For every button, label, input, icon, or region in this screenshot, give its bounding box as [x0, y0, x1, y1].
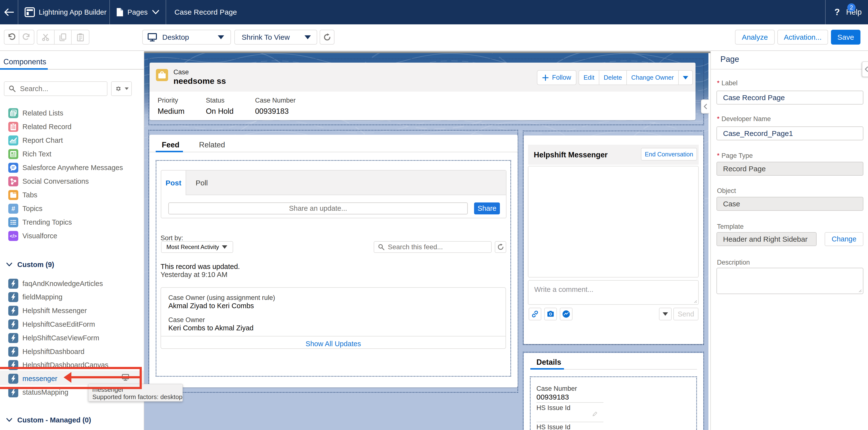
- collapse-panel-handle[interactable]: [701, 99, 709, 114]
- undo-button[interactable]: [4, 30, 19, 44]
- activation-button[interactable]: Activation...: [777, 30, 828, 44]
- attach-link-button[interactable]: [529, 308, 541, 320]
- custom-component-item-helpshiftcaseviewform[interactable]: HelpShiftCaseViewForm: [0, 331, 144, 345]
- help-menu[interactable]: ? Help: [826, 0, 868, 24]
- custom-bolt-icon: [8, 333, 18, 343]
- component-item-tabs[interactable]: Tabs: [0, 188, 144, 202]
- highlight-field-priority: Priority Medium: [158, 97, 184, 116]
- refresh-button[interactable]: [320, 30, 335, 44]
- component-item-report-chart[interactable]: Report Chart: [0, 133, 144, 147]
- change-owner-button[interactable]: Change Owner: [627, 71, 679, 85]
- copy-button[interactable]: [55, 30, 72, 44]
- cut-icon: [42, 33, 50, 41]
- expand-panel-handle[interactable]: [862, 61, 868, 77]
- managed-section-header[interactable]: Custom - Managed (0): [0, 414, 144, 426]
- caret-down-icon: [305, 35, 311, 39]
- description-textarea[interactable]: [716, 268, 863, 294]
- save-button[interactable]: Save: [831, 30, 861, 44]
- component-item-visualforce[interactable]: </>Visualforce: [0, 229, 144, 243]
- component-search[interactable]: Search...: [4, 81, 107, 96]
- messenger-conversation-area: [528, 166, 699, 277]
- form-factor-selector[interactable]: Desktop: [142, 30, 231, 44]
- highlights-panel: Case needsome ss Follow Edit Delete Chan…: [150, 63, 695, 120]
- component-label: Related Lists: [23, 109, 63, 117]
- component-item-social-conversations[interactable]: Social Conversations: [0, 175, 144, 188]
- send-button[interactable]: Send: [673, 308, 699, 320]
- component-item-salesforce-anywhere-messages[interactable]: Salesforce Anywhere Messages: [0, 161, 144, 175]
- end-conversation-button[interactable]: End Conversation: [641, 148, 697, 160]
- search-icon: [9, 85, 16, 92]
- cut-button[interactable]: [37, 30, 55, 44]
- component-item-related-lists[interactable]: Related Lists: [0, 106, 144, 120]
- custom-component-item-fieldmapping[interactable]: fieldMapping: [0, 290, 144, 304]
- change-template-button[interactable]: Change: [825, 232, 863, 246]
- caret-down-icon: [124, 87, 129, 90]
- report-chart-icon: [8, 135, 18, 146]
- custom-component-item-faqandknowledgearticles[interactable]: faqAndKnowledgeArticles: [0, 277, 144, 290]
- canvas-top-strip: [144, 52, 710, 53]
- redo-button[interactable]: [19, 30, 34, 44]
- page-canvas: Case needsome ss Follow Edit Delete Chan…: [144, 52, 710, 430]
- share-button[interactable]: Share: [474, 203, 500, 214]
- custom-component-item-helpshiftcaseeditform[interactable]: HelpshiftCaseEditForm: [0, 317, 144, 331]
- edit-pencil-icon[interactable]: [592, 411, 597, 417]
- pages-menu[interactable]: Pages: [110, 0, 166, 24]
- template-field-input: Header and Right Sidebar: [716, 232, 816, 246]
- more-actions-button[interactable]: [679, 71, 692, 85]
- page-title: Case Record Page: [175, 8, 237, 16]
- feed-refresh-button[interactable]: [495, 241, 506, 253]
- required-asterisk: *: [717, 152, 720, 159]
- chevron-down-icon: [6, 418, 12, 422]
- attach-photo-button[interactable]: [544, 308, 557, 320]
- related-record-icon: [8, 122, 18, 132]
- send-options-button[interactable]: [659, 308, 672, 320]
- highlight-field-status: Status On Hold: [206, 97, 234, 116]
- change-label: Case Owner (using assignment rule): [168, 294, 275, 302]
- analyze-button[interactable]: Analyze: [735, 30, 775, 44]
- clipboard-group: [37, 30, 89, 44]
- builder-toolbar: Desktop Shrink To View Analyze Activatio…: [0, 24, 868, 51]
- tab-feed[interactable]: Feed: [162, 141, 179, 149]
- comment-textarea[interactable]: Write a comment...: [528, 280, 699, 305]
- developer-name-input[interactable]: Case_Record_Page1: [716, 126, 863, 140]
- custom-component-item-helpshift-messenger[interactable]: Helpshift Messenger: [0, 304, 144, 318]
- svg-text:</>: </>: [10, 234, 17, 239]
- divider: [166, 0, 166, 24]
- custom-section-header[interactable]: Custom (9): [0, 258, 144, 271]
- component-item-topics[interactable]: #Topics: [0, 202, 144, 216]
- edit-button[interactable]: Edit: [579, 71, 599, 85]
- share-update-input[interactable]: Share an update...: [168, 203, 468, 214]
- tab-post[interactable]: Post: [161, 171, 186, 195]
- delete-button[interactable]: Delete: [599, 71, 627, 85]
- paste-button[interactable]: [72, 30, 89, 44]
- follow-button[interactable]: Follow: [537, 70, 577, 85]
- feed-update-time: Yesterday at 9:10 AM: [160, 271, 227, 279]
- details-component-region[interactable]: Case Number 00939183 HS Issue Id HS Issu…: [530, 376, 697, 430]
- tab-related[interactable]: Related: [199, 141, 225, 149]
- label-field-input[interactable]: Case Record Page: [716, 91, 863, 104]
- feed-update-headline: This record was updated.: [160, 263, 240, 271]
- show-all-updates-link[interactable]: Show All Updates: [161, 340, 505, 348]
- feed-sort-dropdown[interactable]: Most Recent Activity: [161, 241, 233, 253]
- zoom-selector[interactable]: Shrink To View: [235, 30, 317, 44]
- component-item-related-record[interactable]: Related Record: [0, 120, 144, 133]
- search-placeholder: Search...: [20, 85, 48, 93]
- tab-poll[interactable]: Poll: [186, 171, 217, 195]
- change-label: Case Owner: [168, 316, 205, 324]
- sort-value: Most Recent Activity: [166, 244, 219, 250]
- back-button[interactable]: [0, 0, 18, 24]
- record-title: needsome ss: [174, 76, 226, 86]
- component-item-trending-topics[interactable]: Trending Topics: [0, 216, 144, 229]
- feed-search-input[interactable]: Search this feed...: [374, 241, 492, 253]
- custom-bolt-icon: [8, 306, 18, 316]
- tab-components[interactable]: Components: [3, 58, 46, 66]
- custom-component-item-helpshiftdashboard[interactable]: HelpshiftDashboard: [0, 345, 144, 358]
- component-settings-button[interactable]: [111, 81, 132, 96]
- app-builder-section: Lightning App Builder: [18, 0, 110, 24]
- share-placeholder: Share an update...: [289, 205, 347, 212]
- chevron-left-icon: [864, 66, 868, 72]
- label-field-label: *Label: [717, 80, 738, 87]
- component-item-rich-text[interactable]: Rich Text: [0, 147, 144, 161]
- tab-details[interactable]: Details: [536, 358, 561, 367]
- messenger-app-button[interactable]: [560, 308, 572, 320]
